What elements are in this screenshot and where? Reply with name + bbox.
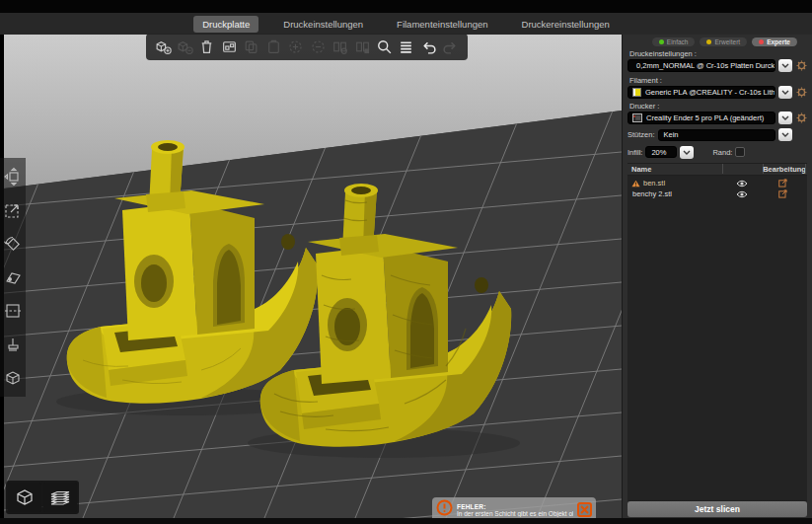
- preview-sliced-view-icon[interactable]: [43, 483, 77, 512]
- error-icon: [436, 499, 453, 520]
- supports-dropdown-button[interactable]: [778, 128, 792, 141]
- infill-dropdown-button[interactable]: [680, 146, 694, 159]
- edit-header: Bearbeitung: [764, 165, 805, 174]
- filament-row: Generic PLA @CREALITY - Cr-10s Lithophan…: [627, 86, 807, 100]
- manipulation-toolbar: [0, 158, 26, 397]
- remove-model-icon[interactable]: [176, 38, 193, 56]
- mode-simple[interactable]: Einfach: [652, 37, 696, 46]
- slicer-window: Druckplatte Druckeinstellungen Filamente…: [0, 0, 812, 524]
- print-settings-row: 0,2mm_NORMAL @ Cr-10s Platten Durck (geä…: [627, 59, 807, 73]
- print-settings-gear-icon[interactable]: [795, 60, 807, 72]
- name-header: Name: [627, 165, 722, 174]
- search-icon[interactable]: [376, 38, 394, 56]
- paint-supports-icon[interactable]: [1, 330, 25, 359]
- slice-now-button[interactable]: Jetzt slicen: [627, 501, 807, 516]
- tab-druckeinstellungen[interactable]: Druckeinstellungen: [274, 16, 372, 33]
- cut-icon[interactable]: [1, 296, 25, 326]
- filament-combo[interactable]: Generic PLA @CREALITY - Cr-10s Lithophan…: [627, 86, 775, 99]
- mode-expert[interactable]: Experte: [752, 37, 797, 46]
- add-instance-icon[interactable]: [287, 38, 305, 56]
- simple-mode-dot: [659, 39, 664, 44]
- object-row-ben[interactable]: ben.stl: [627, 178, 807, 188]
- rotate-icon[interactable]: [1, 229, 25, 259]
- chevron-down-icon: [781, 132, 789, 137]
- seam-icon[interactable]: [1, 363, 25, 393]
- chevron-down-icon: [781, 90, 789, 95]
- chevron-down-icon: [683, 150, 691, 155]
- tab-bar: Druckplatte Druckeinstellungen Filamente…: [0, 13, 812, 35]
- infill-combo[interactable]: 20%: [645, 146, 677, 158]
- printer-row: Creality Ender 5 pro PLA (geändert): [627, 112, 807, 125]
- infill-label: Infill:: [627, 148, 642, 157]
- printer-icon: [632, 113, 642, 122]
- object-row-benchy2[interactable]: benchy 2.stl: [627, 188, 807, 199]
- edit-object-icon[interactable]: [762, 179, 803, 187]
- expert-mode-dot: [759, 39, 764, 44]
- tab-druckereinstellungen[interactable]: Druckereinstellungen: [513, 16, 619, 33]
- object-toolbar: [146, 34, 468, 60]
- bottom-strip: [0, 518, 812, 524]
- object-list: ben.stl benchy 2.stl: [627, 176, 807, 501]
- place-on-face-icon[interactable]: [1, 262, 25, 292]
- supports-row: Stützen: Kein: [627, 128, 807, 143]
- move-icon[interactable]: [1, 162, 25, 191]
- object-list-header: Name Bearbeitung: [627, 163, 807, 177]
- mode-advanced[interactable]: Erweitert: [700, 37, 747, 46]
- copy-icon[interactable]: [243, 38, 260, 56]
- print-settings-combo[interactable]: 0,2mm_NORMAL @ Cr-10s Platten Durck (geä…: [627, 59, 775, 72]
- scale-icon[interactable]: [1, 195, 25, 225]
- 3d-editor-view-icon[interactable]: [8, 483, 41, 512]
- supports-label: Stützen:: [627, 130, 655, 139]
- printer-label: Drucker :: [629, 102, 807, 111]
- filament-gear-icon[interactable]: [795, 86, 807, 98]
- arrange-icon[interactable]: [220, 38, 238, 56]
- print-settings-dropdown-button[interactable]: [778, 59, 792, 72]
- chevron-down-icon: [781, 115, 789, 120]
- variable-layer-height-icon[interactable]: [398, 38, 415, 56]
- titlebar: [0, 0, 812, 13]
- edit-object-icon[interactable]: [762, 189, 803, 198]
- 3d-viewport[interactable]: FEHLER: In der ersten Schicht gibt es ei…: [4, 35, 622, 518]
- filament-label: Filament :: [629, 76, 807, 85]
- settings-sidebar: Einfach Erweitert Experte Druckeinstellu…: [622, 35, 812, 524]
- filament-swatch-icon: [632, 88, 641, 97]
- visibility-eye-icon[interactable]: [722, 180, 762, 187]
- tab-filamenteinstellungen[interactable]: Filamenteinstellungen: [388, 16, 496, 33]
- brim-label: Rand:: [712, 148, 732, 157]
- add-model-icon[interactable]: [154, 38, 172, 56]
- advanced-mode-dot: [706, 39, 711, 44]
- brim-checkbox[interactable]: [735, 147, 745, 157]
- paste-icon[interactable]: [264, 38, 282, 56]
- printer-combo[interactable]: Creality Ender 5 pro PLA (geändert): [627, 112, 775, 124]
- print-settings-label: Druckeinstellungen :: [629, 49, 807, 58]
- supports-combo[interactable]: Kein: [658, 129, 775, 141]
- 3d-scene: [4, 35, 622, 518]
- remove-instance-icon[interactable]: [309, 38, 327, 56]
- split-to-objects-icon[interactable]: [332, 38, 349, 56]
- infill-brim-row: Infill: 20% Rand:: [627, 145, 807, 160]
- notification-close-icon[interactable]: [577, 502, 592, 517]
- mode-switcher: Einfach Erweitert Experte: [627, 37, 797, 46]
- filament-dropdown-button[interactable]: [778, 86, 792, 99]
- chevron-down-icon: [781, 63, 789, 68]
- tab-druckplatte[interactable]: Druckplatte: [193, 16, 258, 33]
- view-toolbar: [6, 481, 79, 514]
- delete-icon[interactable]: [198, 38, 216, 56]
- warning-icon: [631, 180, 640, 187]
- printer-gear-icon[interactable]: [795, 112, 807, 124]
- undo-icon[interactable]: [419, 38, 437, 56]
- split-to-parts-icon[interactable]: [353, 38, 371, 56]
- visibility-eye-icon[interactable]: [722, 190, 762, 198]
- printer-dropdown-button[interactable]: [778, 112, 792, 124]
- notification-text: FEHLER: In der ersten Schicht gibt es ei…: [457, 503, 573, 517]
- redo-icon[interactable]: [442, 38, 460, 56]
